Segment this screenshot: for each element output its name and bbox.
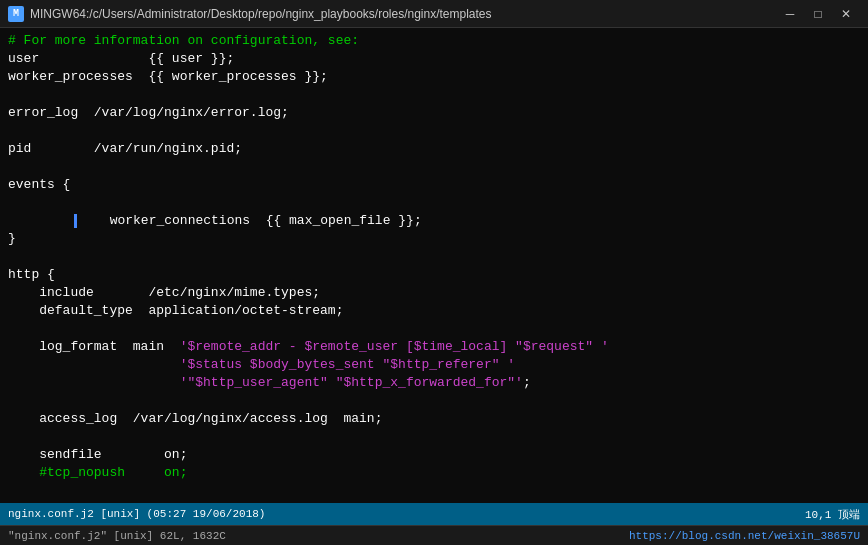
status2-file: "nginx.conf.j2" [unix] 62L, 1632C [8, 530, 226, 542]
code-token: pid /var/run/nginx.pid; [8, 141, 242, 156]
code-token: http { [8, 267, 55, 282]
code-line [8, 392, 868, 410]
code-line-worker-connections: worker_connections {{ max_open_file }}; [8, 194, 868, 230]
code-line: http { [8, 266, 868, 284]
code-token: } [8, 231, 16, 246]
code-line: user {{ user }}; [8, 50, 868, 68]
code-line: #tcp_nopush on; [8, 464, 868, 482]
terminal-window: M MINGW64:/c/Users/Administrator/Desktop… [0, 0, 868, 545]
status2-url: https://blog.csdn.net/weixin_38657U [629, 530, 860, 542]
code-token: '"$http_user_agent" "$http_x_forwarded_f… [180, 375, 523, 390]
code-token: include /etc/nginx/mime.types; [8, 285, 320, 300]
line-bar-indicator [74, 214, 77, 228]
code-line [8, 122, 868, 140]
code-token: events { [8, 177, 70, 192]
code-token [8, 375, 180, 390]
code-content: # For more information on configuration,… [0, 28, 868, 503]
code-token: #tcp_nopush on; [8, 465, 187, 480]
code-line: default_type application/octet-stream; [8, 302, 868, 320]
code-line [8, 482, 868, 500]
code-line: error_log /var/log/nginx/error.log; [8, 104, 868, 122]
code-line [8, 320, 868, 338]
titlebar: M MINGW64:/c/Users/Administrator/Desktop… [0, 0, 868, 28]
close-button[interactable]: ✕ [832, 0, 860, 28]
code-token: access_log /var/log/nginx/access.log mai… [8, 411, 382, 426]
code-token: log_format main [8, 339, 180, 354]
code-line: include /etc/nginx/mime.types; [8, 284, 868, 302]
code-line [8, 428, 868, 446]
code-token: {{ worker_processes }}; [148, 69, 327, 84]
code-token: '$status $body_bytes_sent "$http_referer… [180, 357, 515, 372]
code-token: # For more information on configuration,… [8, 33, 359, 48]
code-line: events { [8, 176, 868, 194]
editor-area: # For more information on configuration,… [0, 28, 868, 503]
code-token: worker_connections [78, 213, 265, 228]
code-token: default_type application/octet-stream; [8, 303, 343, 318]
window-controls: ─ □ ✕ [776, 0, 860, 28]
code-line: sendfile on; [8, 446, 868, 464]
code-line [8, 248, 868, 266]
app-icon: M [8, 6, 24, 22]
code-line: pid /var/run/nginx.pid; [8, 140, 868, 158]
code-token: worker_processes [8, 69, 148, 84]
status-bar2: "nginx.conf.j2" [unix] 62L, 1632C https:… [0, 525, 868, 545]
code-token: ; [523, 375, 531, 390]
code-line: log_format main '$remote_addr - $remote_… [8, 338, 868, 356]
code-line: access_log /var/log/nginx/access.log mai… [8, 410, 868, 428]
code-token: error_log /var/log/nginx/error.log; [8, 105, 289, 120]
code-token: {{ max_open_file }}; [266, 213, 422, 228]
code-line: worker_processes {{ worker_processes }}; [8, 68, 868, 86]
code-line [8, 158, 868, 176]
maximize-button[interactable]: □ [804, 0, 832, 28]
code-line [8, 86, 868, 104]
code-line: '"$http_user_agent" "$http_x_forwarded_f… [8, 374, 868, 392]
code-line: # For more information on configuration,… [8, 32, 868, 50]
code-line: } [8, 230, 868, 248]
status-bar: nginx.conf.j2 [unix] (05:27 19/06/2018) … [0, 503, 868, 525]
status-position: 10,1 顶端 [805, 507, 860, 522]
code-token: {{ user }}; [148, 51, 234, 66]
code-token: sendfile on; [8, 447, 187, 462]
code-token: user [8, 51, 148, 66]
code-line: '$status $body_bytes_sent "$http_referer… [8, 356, 868, 374]
code-token [8, 357, 180, 372]
minimize-button[interactable]: ─ [776, 0, 804, 28]
titlebar-title: MINGW64:/c/Users/Administrator/Desktop/r… [30, 7, 776, 21]
code-token: '$remote_addr - $remote_user [$time_loca… [180, 339, 609, 354]
status-file-info: nginx.conf.j2 [unix] (05:27 19/06/2018) [8, 508, 805, 520]
